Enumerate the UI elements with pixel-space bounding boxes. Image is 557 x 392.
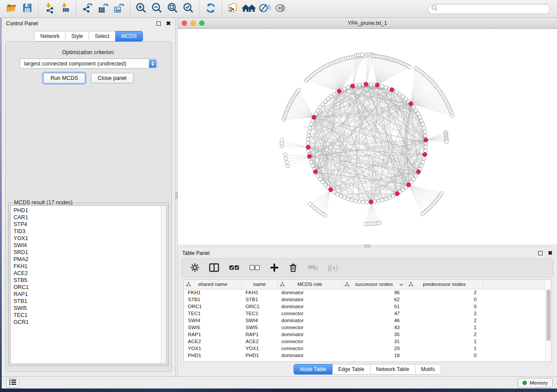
- birdseye-view-button[interactable]: [272, 1, 288, 16]
- column-header-successor-nodes[interactable]: successor nodes: [342, 280, 406, 289]
- tab-select[interactable]: Select: [89, 31, 115, 41]
- refresh-view-button[interactable]: [203, 1, 218, 16]
- horizontal-splitter[interactable]: [178, 244, 557, 248]
- list-item[interactable]: CAR1: [14, 214, 166, 221]
- splitter-grip[interactable]: [176, 192, 177, 199]
- destroy-table-button[interactable]: [307, 263, 318, 273]
- tab-motifs[interactable]: Motifs: [415, 364, 441, 375]
- float-panel-icon[interactable]: [156, 21, 161, 26]
- delete-column-button[interactable]: [288, 263, 298, 274]
- splitter-grip[interactable]: [364, 244, 370, 248]
- column-header-name[interactable]: name: [242, 280, 277, 289]
- search-box[interactable]: [428, 4, 550, 14]
- task-history-button[interactable]: [6, 378, 19, 388]
- list-item[interactable]: STB5: [14, 277, 166, 284]
- list-item[interactable]: TID3: [14, 228, 166, 235]
- zoom-selected-icon: [183, 2, 194, 15]
- trash-icon: [288, 263, 298, 274]
- run-mcds-button[interactable]: Run MCDS: [43, 73, 85, 83]
- export-image-button[interactable]: [111, 1, 127, 16]
- float-panel-icon[interactable]: [538, 251, 543, 255]
- tab-network-table[interactable]: Network Table: [370, 364, 415, 375]
- column-header-shared-name[interactable]: shared name: [184, 280, 242, 289]
- zoom-selected-button[interactable]: [180, 1, 196, 16]
- table-row[interactable]: PHD1PHD1dominator180: [184, 352, 546, 359]
- export-table-button[interactable]: [95, 1, 111, 16]
- scrollbar-thumb[interactable]: [547, 289, 550, 341]
- open-session-button[interactable]: [3, 1, 19, 16]
- list-item[interactable]: PMA2: [14, 256, 166, 263]
- mcds-result-group: MCDS result (17 nodes) PHD1CAR1STP4TID3Y…: [8, 203, 169, 366]
- memory-button[interactable]: Memory: [518, 378, 553, 388]
- zoom-out-button[interactable]: [149, 1, 165, 16]
- optimization-dropdown[interactable]: largest connected component (undirected): [20, 58, 157, 69]
- list-item[interactable]: STB1: [14, 298, 166, 305]
- deselect-all-button[interactable]: [249, 263, 260, 273]
- list-item[interactable]: GCR1: [14, 319, 166, 326]
- result-list-scrollbar[interactable]: [161, 206, 166, 363]
- import-table-icon: [59, 2, 71, 15]
- zoom-fit-icon: [167, 2, 179, 15]
- refresh-icon: [205, 2, 217, 15]
- tab-style[interactable]: Style: [66, 31, 89, 41]
- zoom-fit-button[interactable]: [165, 1, 180, 16]
- table-row[interactable]: RAP1RAP1dominator352: [184, 331, 546, 338]
- close-panel-button[interactable]: Close panel: [91, 73, 134, 83]
- table-row[interactable]: SWI4SWI4dominator462: [184, 317, 546, 324]
- table-row[interactable]: STB1STB1dominator620: [184, 296, 546, 303]
- column-header-predecessor-nodes[interactable]: predecessor nodes: [406, 280, 483, 289]
- deselect-all-icon: [249, 263, 260, 273]
- tab-mcds[interactable]: MCDS: [115, 31, 142, 41]
- list-item[interactable]: SWI4: [14, 242, 166, 249]
- search-input[interactable]: [438, 5, 550, 13]
- column-view-icon: [209, 263, 219, 274]
- import-table-button[interactable]: [57, 1, 73, 16]
- zoom-in-button[interactable]: [133, 1, 149, 16]
- table-row[interactable]: FKH1FKH1dominator962: [184, 289, 546, 296]
- export-network-button[interactable]: [80, 1, 95, 16]
- tab-edge-table[interactable]: Edge Table: [332, 364, 370, 375]
- desktop-wallpaper-bottom: [0, 389, 557, 392]
- list-item[interactable]: RAP1: [14, 291, 166, 298]
- list-item[interactable]: STP4: [14, 221, 166, 228]
- list-item[interactable]: PHD1: [14, 207, 166, 214]
- mcds-panel: Optimization criterion: largest connecte…: [5, 41, 172, 372]
- list-item[interactable]: ORC1: [14, 284, 166, 291]
- clone-network-button[interactable]: [225, 1, 241, 16]
- task-list-icon: [9, 379, 17, 387]
- toolbar-separator: [38, 1, 38, 16]
- close-panel-icon[interactable]: ✖: [548, 251, 553, 255]
- list-item[interactable]: SRD1: [14, 249, 166, 256]
- column-view-button[interactable]: [209, 263, 219, 274]
- list-item[interactable]: TEC1: [14, 312, 166, 319]
- import-network-button[interactable]: [42, 1, 57, 16]
- add-column-button[interactable]: [270, 263, 279, 274]
- column-header-MCDS-role[interactable]: MCDS role: [277, 280, 342, 289]
- save-session-button[interactable]: [19, 1, 35, 16]
- table-row[interactable]: YOX1YOX1connector291: [184, 345, 546, 352]
- mcds-result-title: MCDS result (17 nodes): [12, 199, 74, 206]
- list-item[interactable]: YOX1: [14, 235, 166, 242]
- tab-network[interactable]: Network: [34, 31, 66, 41]
- apply-function-button[interactable]: f(x): [328, 264, 338, 272]
- memory-status-icon: [522, 381, 527, 385]
- list-item[interactable]: ACE2: [14, 270, 166, 277]
- save-floppy-icon: [21, 2, 33, 15]
- tab-node-table[interactable]: Node Table: [294, 364, 332, 375]
- network-overview-button[interactable]: [241, 1, 256, 16]
- list-item[interactable]: FKH1: [14, 263, 166, 270]
- table-panel-title: Table Panel: [182, 250, 210, 256]
- table-scrollbar[interactable]: [545, 280, 551, 361]
- list-item[interactable]: SWI5: [14, 305, 166, 312]
- show-graphics-details-button[interactable]: [256, 1, 272, 16]
- function-fx-icon: f(x): [328, 264, 338, 272]
- close-panel-icon[interactable]: ✖: [166, 21, 171, 26]
- table-settings-button[interactable]: [190, 263, 200, 274]
- table-row[interactable]: SWI5SWI5connector431: [184, 324, 546, 331]
- table-row[interactable]: ORC1ORC1dominator610: [184, 303, 546, 310]
- network-canvas[interactable]: [178, 29, 557, 244]
- status-bar: Memory: [2, 376, 557, 389]
- table-row[interactable]: ACE2ACE2connector311: [184, 338, 546, 345]
- table-row[interactable]: TEC1TEC1connector472: [184, 310, 546, 317]
- select-all-button[interactable]: [228, 263, 240, 273]
